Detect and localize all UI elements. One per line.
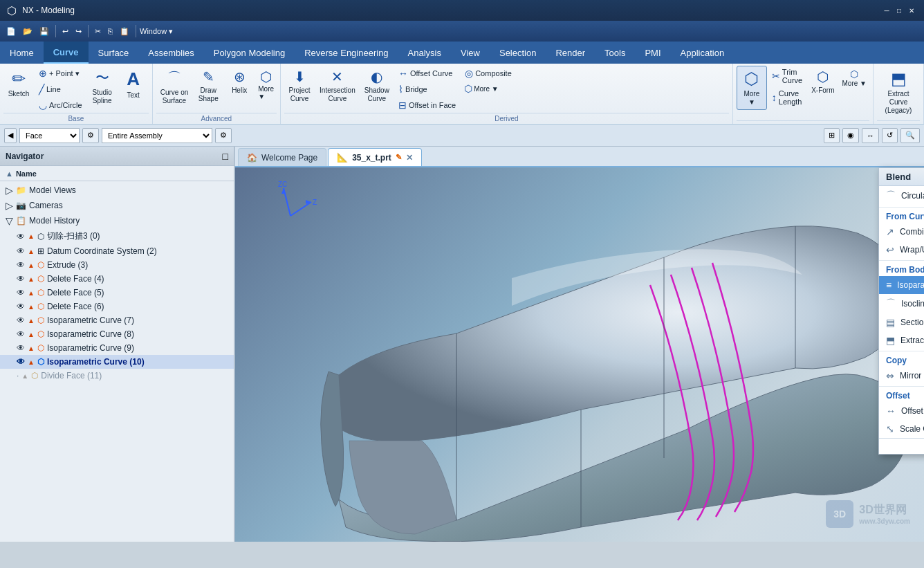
nav-isoparam9[interactable]: 👁 ▲ ⬡ Isoparametric Curve (9): [0, 341, 234, 355]
project-curve-icon: ⬇: [294, 68, 306, 85]
close-button[interactable]: ✕: [906, 5, 917, 16]
minimize-button[interactable]: ─: [881, 5, 892, 16]
snap-button[interactable]: ⊞: [824, 128, 840, 143]
bridge-button[interactable]: ⌇ Bridge: [394, 82, 460, 97]
save-button[interactable]: 💾: [37, 26, 52, 37]
nav-datum-coord[interactable]: 👁 ▲ ⊞ Datum Coordinate System (2): [0, 244, 234, 258]
menu-view[interactable]: View: [451, 42, 490, 64]
viewport-canvas[interactable]: ZC Z: [235, 167, 924, 542]
menu-application[interactable]: Application: [671, 42, 734, 64]
offset-3d-label: Offset 3D Curve: [901, 406, 924, 416]
curve-length-button[interactable]: ↕ CurveLength: [768, 87, 806, 108]
nav-model-views[interactable]: ▷ 📁 Model Views: [0, 183, 234, 198]
dropdown-section[interactable]: ▤ Section Curve: [879, 313, 924, 331]
delete-face5-icon: ⬡: [37, 288, 44, 297]
model-tab-close[interactable]: ✕: [406, 153, 413, 163]
menu-analysis[interactable]: Analysis: [398, 42, 451, 64]
dropdown-isocline[interactable]: ⌒ Isocline Curve: [879, 294, 924, 313]
dropdown-isoparametric[interactable]: ≡ Isoparametric Curve: [879, 276, 924, 294]
nav-delete-face5[interactable]: 👁 ▲ ⬡ Delete Face (5): [0, 286, 234, 300]
menu-curve[interactable]: Curve: [44, 42, 89, 64]
dropdown-extract[interactable]: ⬒ Extract...: [879, 331, 924, 349]
draw-shape-button[interactable]: ✎ DrawShape: [193, 66, 223, 106]
undo-button[interactable]: ↩: [59, 26, 71, 37]
redo-button[interactable]: ↪: [73, 26, 84, 37]
filter-select[interactable]: Face Edge Body Component: [19, 128, 80, 143]
navigator-expand-button[interactable]: □: [223, 151, 228, 162]
menu-home[interactable]: Home: [0, 42, 44, 64]
dropdown-wrap-unwrap[interactable]: ↩ Wrap/Unwrap Curve: [879, 241, 924, 259]
studio-spline-button[interactable]: 〜 StudioSpline: [87, 66, 118, 108]
menu-surface[interactable]: Surface: [89, 42, 139, 64]
more-advanced-button[interactable]: ⬡ More▼: [255, 66, 277, 103]
nav-cameras[interactable]: ▷ 📷 Cameras: [0, 198, 234, 213]
more-derived-button[interactable]: ⬡ More ▼: [461, 82, 516, 95]
isoparam10-icon: ⬡: [37, 357, 44, 367]
dropdown-mirror[interactable]: ⇔ Mirror Curve: [879, 367, 924, 385]
project-curve-button[interactable]: ⬇ ProjectCurve: [284, 66, 315, 106]
line-button[interactable]: ╱ Line: [35, 82, 86, 97]
more-right-button[interactable]: ⬡ More ▼: [840, 66, 869, 90]
view-button[interactable]: ◉: [842, 128, 859, 143]
menu-render[interactable]: Render: [546, 42, 595, 64]
nav-isoparam8[interactable]: 👁 ▲ ⬡ Isoparametric Curve (8): [0, 327, 234, 341]
offset-in-face-button[interactable]: ⊟ Offset in Face: [394, 98, 460, 113]
menu-tools[interactable]: Tools: [595, 42, 635, 64]
nav-divide-face[interactable]: · ▲ ⬡ Divide Face (11): [0, 369, 234, 383]
left-arrow-button[interactable]: ◀: [4, 128, 17, 143]
curve-length-icon: ↕: [772, 92, 777, 103]
menu-assemblies[interactable]: Assemblies: [138, 42, 203, 64]
helix-button[interactable]: ⊛ Helix: [224, 66, 255, 98]
sketch-button[interactable]: ✏ Sketch: [3, 66, 34, 102]
new-button[interactable]: 📄: [3, 26, 19, 37]
offset-curve-button[interactable]: ↔ Offset Curve: [394, 66, 460, 81]
more-main-button[interactable]: ⬡ More▼: [737, 66, 767, 110]
paste-button[interactable]: 📋: [117, 26, 132, 37]
menu-polygon[interactable]: Polygon Modeling: [204, 42, 295, 64]
xform-button[interactable]: ⬡ X-Form: [807, 66, 838, 98]
text-button[interactable]: A Text: [118, 66, 149, 102]
curve-on-surface-button[interactable]: ⌒ Curve onSurface: [156, 66, 193, 108]
copy-button[interactable]: ⎘: [105, 26, 115, 37]
nav-model-history[interactable]: ▽ 📋 Model History: [0, 213, 234, 228]
point-button[interactable]: ⊕ + Point ▾: [35, 66, 86, 81]
assembly-options-button[interactable]: ⚙: [215, 128, 232, 143]
assembly-select[interactable]: Entire Assembly Work Part Only: [102, 128, 212, 143]
maximize-button[interactable]: □: [894, 5, 905, 16]
offset-section: Offset: [879, 388, 924, 402]
composite-button[interactable]: ◎ Composite: [461, 66, 516, 81]
arc-button[interactable]: ◡ Arc/Circle: [35, 98, 86, 113]
dropdown-circular-blend[interactable]: ⌒ Circular Blend Curve: [879, 186, 924, 205]
nav-isoparam10[interactable]: 👁 ▲ ⬡ Isoparametric Curve (10): [0, 355, 234, 369]
dropdown-offset-3d[interactable]: ↔ Offset 3D Curve: [879, 402, 924, 420]
nav-cut-scan3[interactable]: 👁 ▲ ⬡ 切除-扫描3 (0): [0, 228, 234, 244]
nav-delete-face4[interactable]: 👁 ▲ ⬡ Delete Face (4): [0, 272, 234, 286]
ribbon-group-base: ✏ Sketch ⊕ + Point ▾ ╱ Line ◡ Arc/Circle: [0, 64, 153, 124]
filter-options-button[interactable]: ⚙: [82, 128, 99, 143]
rotate-button[interactable]: ↺: [882, 128, 898, 143]
move-button[interactable]: ↔: [862, 128, 879, 143]
open-button[interactable]: 📂: [20, 26, 35, 37]
divide-face-icon: ⬡: [31, 371, 38, 381]
tab-welcome[interactable]: 🏠 Welcome Page: [238, 148, 326, 166]
trim-curve-button[interactable]: ✂ TrimCurve: [768, 66, 806, 86]
more-derived-icon: ⬡: [464, 83, 472, 94]
shadow-curve-button[interactable]: ◐ ShadowCurve: [360, 66, 394, 106]
zoom-button[interactable]: 🔍: [900, 128, 920, 143]
tab-model[interactable]: 📐 35_x_t.prt ✎ ✕: [328, 148, 422, 166]
dropdown-scale[interactable]: ⤡ Scale Curve: [879, 420, 924, 438]
nav-extrude[interactable]: 👁 ▲ ⬡ Extrude (3): [0, 258, 234, 272]
nav-delete-face6[interactable]: 👁 ▲ ⬡ Delete Face (6): [0, 300, 234, 313]
nav-isoparam7[interactable]: 👁 ▲ ⬡ Isoparametric Curve (7): [0, 313, 234, 327]
dropdown-scroll-bottom[interactable]: ▼: [879, 438, 924, 454]
cut-button[interactable]: ✂: [92, 26, 104, 37]
menu-pmi[interactable]: PMI: [635, 42, 670, 64]
dropdown-title: Blend: [886, 172, 911, 182]
dropdown-menu: Blend ▲ ⌒ Circular Blend Curve From Curv…: [878, 167, 924, 455]
dropdown-combined-proj[interactable]: ↗ Combined Projection: [879, 223, 924, 241]
intersection-curve-button[interactable]: ✕ IntersectionCurve: [315, 66, 360, 106]
menu-reverse-eng[interactable]: Reverse Engineering: [295, 42, 398, 64]
menu-selection[interactable]: Selection: [490, 42, 546, 64]
bridge-icon: ⌇: [398, 84, 403, 95]
extract-curve-button[interactable]: ⬒ Extract Curve(Legacy): [877, 66, 920, 118]
